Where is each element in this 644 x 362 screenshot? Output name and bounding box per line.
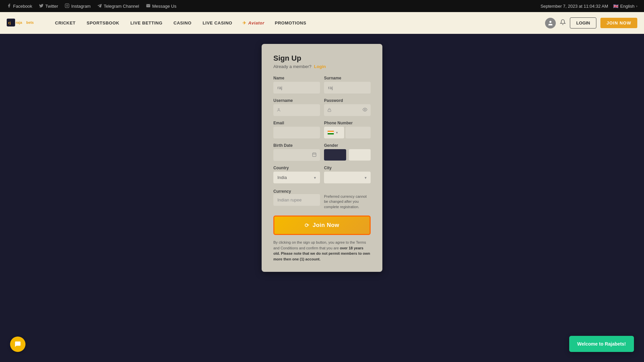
city-label: City xyxy=(324,166,371,170)
twitter-label: Twitter xyxy=(45,4,58,9)
nav-sportsbook[interactable]: SPORTSBOOK xyxy=(82,18,124,28)
telegram-icon xyxy=(97,3,102,9)
main-content: Sign Up Already a member? Login Name Sur… xyxy=(0,34,644,362)
nav-promotions[interactable]: PROMOTIONS xyxy=(270,18,311,28)
username-group: Username xyxy=(273,98,320,116)
login-button[interactable]: LOGIN xyxy=(570,17,596,28)
dropdown-arrow-icon: ▼ xyxy=(335,131,338,134)
country-select[interactable]: India xyxy=(273,172,320,183)
facebook-link[interactable]: Facebook xyxy=(7,3,32,9)
welcome-message: Welcome to Rajabets! xyxy=(577,341,626,347)
india-flag-icon xyxy=(327,130,334,135)
message-link[interactable]: Message Us xyxy=(146,3,176,9)
gender-light-option[interactable]: . xyxy=(349,149,371,161)
birthdate-gender-row: Birth Date Gender . . xyxy=(273,143,371,161)
svg-rect-8 xyxy=(328,110,331,112)
nav-casino[interactable]: CASINO xyxy=(169,18,196,28)
language-label: English xyxy=(620,4,635,9)
message-icon xyxy=(146,3,151,9)
gender-group: Gender . . xyxy=(324,143,371,161)
top-bar-left: Facebook Twitter Instagram Telegram Chan… xyxy=(7,3,176,9)
currency-label: Currency xyxy=(273,189,291,194)
top-bar-right: September 7, 2023 at 11:04:32 AM 🇬🇧 Engl… xyxy=(540,4,637,9)
name-surname-row: Name Surname xyxy=(273,76,371,94)
svg-rect-10 xyxy=(313,153,316,157)
gender-label: Gender xyxy=(324,143,371,148)
nav-aviator[interactable]: ✈ Aviator xyxy=(238,19,268,27)
user-avatar[interactable] xyxy=(545,18,556,28)
telegram-label: Telegram Channel xyxy=(104,4,139,9)
name-label: Name xyxy=(273,76,320,80)
phone-country-selector[interactable]: ▼ xyxy=(324,127,344,138)
join-now-label: Join Now xyxy=(313,222,339,229)
nav-cricket[interactable]: CRICKET xyxy=(50,18,80,28)
instagram-label: Instagram xyxy=(71,4,91,9)
city-group: City xyxy=(324,166,371,183)
name-group: Name xyxy=(273,76,320,94)
gender-buttons: . . xyxy=(324,149,371,161)
instagram-icon xyxy=(65,3,69,9)
facebook-label: Facebook xyxy=(13,4,32,9)
flag-icon: 🇬🇧 xyxy=(613,4,619,9)
nav-live-casino[interactable]: LIVE CASINO xyxy=(198,18,237,28)
telegram-link[interactable]: Telegram Channel xyxy=(97,3,139,9)
nav-links: CRICKET SPORTSBOOK LIVE BETTING CASINO L… xyxy=(50,18,542,28)
svg-text:bets: bets xyxy=(26,20,34,24)
phone-label: Phone Number xyxy=(324,121,371,125)
calendar-icon[interactable] xyxy=(312,152,317,158)
nav-right: LOGIN JOIN NOW xyxy=(545,17,637,28)
chevron-right-icon: › xyxy=(636,4,637,8)
signup-title: Sign Up xyxy=(273,54,371,63)
top-bar: Facebook Twitter Instagram Telegram Chan… xyxy=(0,0,644,12)
currency-row: Currency Preferred currency cannot be ch… xyxy=(273,188,371,209)
facebook-icon xyxy=(7,3,11,9)
birthdate-label: Birth Date xyxy=(273,143,320,148)
person-icon xyxy=(277,108,281,113)
message-label: Message Us xyxy=(152,4,176,9)
nav-live-betting[interactable]: LIVE BETTING xyxy=(126,18,167,28)
username-label: Username xyxy=(273,98,320,103)
gender-dark-option[interactable]: . xyxy=(324,149,346,161)
svg-point-6 xyxy=(549,21,551,23)
chat-button[interactable] xyxy=(10,337,25,352)
signup-card: Sign Up Already a member? Login Name Sur… xyxy=(262,44,382,272)
currency-note: Preferred currency cannot be changed aft… xyxy=(324,194,371,209)
lock-icon xyxy=(327,108,331,113)
country-city-row: Country India City xyxy=(273,166,371,183)
email-label: Email xyxy=(273,121,320,125)
twitter-icon xyxy=(39,3,44,9)
name-input[interactable] xyxy=(273,82,320,94)
currency-group: Currency xyxy=(273,188,320,206)
birthdate-input-wrapper xyxy=(273,149,320,161)
country-select-wrapper: India xyxy=(273,172,320,183)
password-label: Password xyxy=(324,98,371,103)
terms-text: By clicking on the sign up button, you a… xyxy=(273,240,371,262)
surname-group: Surname xyxy=(324,76,371,94)
login-link[interactable]: Login xyxy=(314,64,326,69)
city-select-wrapper xyxy=(324,172,371,183)
surname-input[interactable] xyxy=(324,82,371,94)
country-group: Country India xyxy=(273,166,320,183)
city-select[interactable] xyxy=(324,172,371,183)
language-selector[interactable]: 🇬🇧 English › xyxy=(613,4,637,9)
username-input-wrapper xyxy=(273,104,320,116)
navbar: rj raja bets CRICKET SPORTSBOOK LIVE BET… xyxy=(0,12,644,34)
eye-icon[interactable] xyxy=(363,107,367,113)
email-input[interactable] xyxy=(273,127,320,138)
email-phone-row: Email Phone Number ▼ xyxy=(273,121,371,138)
email-group: Email xyxy=(273,121,320,138)
logo[interactable]: rj raja bets xyxy=(7,17,40,29)
join-now-button[interactable]: ⟳ Join Now xyxy=(273,216,371,235)
signup-subtitle: Already a member? Login xyxy=(273,64,371,69)
loading-icon: ⟳ xyxy=(305,222,309,229)
svg-text:raja: raja xyxy=(16,20,22,24)
notification-bell-icon[interactable] xyxy=(560,19,566,27)
instagram-link[interactable]: Instagram xyxy=(65,3,91,9)
aviator-label: Aviator xyxy=(248,20,264,25)
phone-input-group: ▼ xyxy=(324,127,371,138)
password-group: Password xyxy=(324,98,371,116)
currency-note-group: Preferred currency cannot be changed aft… xyxy=(324,188,371,209)
phone-input[interactable] xyxy=(345,127,371,138)
join-now-nav-button[interactable]: JOIN NOW xyxy=(600,18,637,28)
twitter-link[interactable]: Twitter xyxy=(39,3,58,9)
